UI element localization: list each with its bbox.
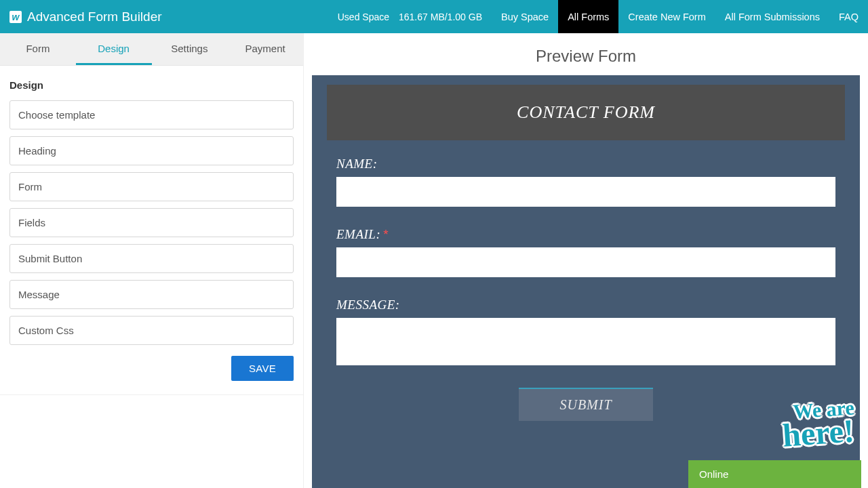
tab-settings[interactable]: Settings — [152, 33, 228, 65]
app-logo-icon: w — [9, 11, 22, 23]
field-name-group: NAME: — [336, 157, 835, 207]
design-option-custom-css[interactable]: Custom Css — [9, 316, 294, 345]
field-name-input[interactable] — [336, 177, 835, 207]
form-canvas: CONTACT FORM NAME: EMAIL:* MESSAGE: SUBM… — [312, 75, 860, 488]
nav-faq[interactable]: FAQ — [829, 0, 868, 33]
used-space-label: Used Space — [338, 12, 389, 22]
chat-status-label: Online — [699, 468, 728, 480]
field-message-input[interactable] — [336, 318, 835, 365]
field-message-label: MESSAGE: — [336, 298, 835, 312]
preview-pane: Preview Form CONTACT FORM NAME: EMAIL:* … — [304, 33, 868, 488]
used-space-value: 161.67 MB/1.00 GB — [399, 12, 482, 22]
save-button[interactable]: SAVE — [231, 356, 294, 381]
tab-design[interactable]: Design — [76, 33, 152, 65]
used-space-indicator: Used Space 161.67 MB/1.00 GB — [328, 12, 492, 22]
design-option-form[interactable]: Form — [9, 172, 294, 201]
design-option-fields[interactable]: Fields — [9, 208, 294, 237]
app-title: Advanced Form Builder — [27, 9, 162, 24]
nav-all-forms[interactable]: All Forms — [558, 0, 618, 33]
sidebar-tabs: Form Design Settings Payment — [0, 33, 303, 66]
chat-widget-bar[interactable]: Online — [688, 460, 861, 488]
design-option-choose-template[interactable]: Choose template — [9, 100, 294, 129]
design-option-submit-button[interactable]: Submit Button — [9, 244, 294, 273]
required-indicator: * — [383, 227, 389, 241]
preview-title: Preview Form — [312, 47, 860, 66]
app-logo[interactable]: w Advanced Form Builder — [0, 9, 169, 24]
field-email-label: EMAIL:* — [336, 227, 835, 242]
field-name-label: NAME: — [336, 157, 835, 171]
top-nav: Buy Space All Forms Create New Form All … — [492, 0, 868, 33]
form-submit-button[interactable]: SUBMIT — [519, 388, 652, 421]
tab-payment[interactable]: Payment — [227, 33, 303, 65]
field-email-input[interactable] — [336, 247, 835, 277]
left-sidebar: Form Design Settings Payment Design Choo… — [0, 33, 304, 488]
design-option-message[interactable]: Message — [9, 280, 294, 309]
nav-all-form-submissions[interactable]: All Form Submissions — [715, 0, 829, 33]
tab-form[interactable]: Form — [0, 33, 76, 65]
form-title: CONTACT FORM — [327, 85, 845, 140]
nav-buy-space[interactable]: Buy Space — [492, 0, 558, 33]
design-option-heading[interactable]: Heading — [9, 136, 294, 165]
field-email-group: EMAIL:* — [336, 227, 835, 277]
field-message-group: MESSAGE: — [336, 298, 835, 367]
design-panel: Design Choose template Heading Form Fiel… — [0, 66, 303, 395]
nav-create-new-form[interactable]: Create New Form — [618, 0, 715, 33]
design-panel-heading: Design — [9, 79, 294, 91]
top-nav-bar: w Advanced Form Builder Used Space 161.6… — [0, 0, 868, 33]
